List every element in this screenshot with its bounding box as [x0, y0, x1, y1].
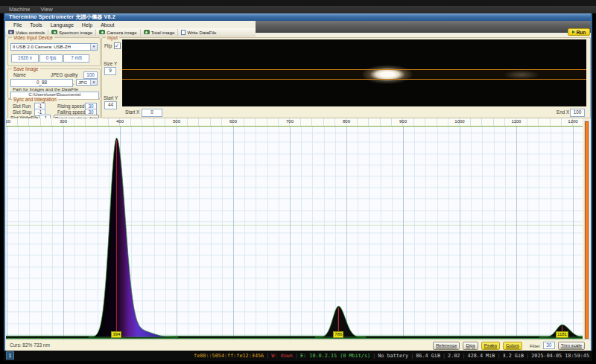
- fps-value: 0 fps: [39, 54, 63, 63]
- axis-tick-label: 600: [224, 119, 243, 124]
- input-group-title: Input: [106, 35, 119, 40]
- end-x-label: End X: [557, 109, 569, 115]
- play-icon: [572, 31, 575, 33]
- sync-group-title: Sync and Integration: [12, 97, 58, 102]
- status-segments: fe80::5054:ff:fe12:3456|W: down|E: 10.0.…: [194, 351, 589, 361]
- rising-speed-label: Rising speed: [57, 103, 84, 109]
- axis-tick-label: 400: [110, 119, 130, 124]
- vm-menu-view[interactable]: View: [40, 6, 52, 13]
- menu-help[interactable]: Help: [82, 22, 92, 28]
- colors-button[interactable]: Colors: [503, 342, 522, 350]
- axis-tick-label: 900: [393, 119, 413, 124]
- menu-file[interactable]: File: [13, 22, 22, 28]
- save-image-group-title: Save Image: [12, 66, 40, 71]
- save-image-group: Save Image Name JPEG quality 100 0_88 . …: [7, 68, 101, 99]
- vm-window-top-edge: [0, 0, 596, 6]
- video-camera-icon: [8, 30, 14, 34]
- app-title: Theremino Spectrometer 光譜小儀器 V8.2: [9, 14, 115, 19]
- screen-bottom-edge: [0, 361, 596, 364]
- axis-tick-label: 800: [337, 119, 356, 124]
- camera-icon: [144, 30, 150, 34]
- filter-label: Filter: [530, 343, 540, 348]
- size-y-label: Size Y: [104, 61, 117, 66]
- name-label: Name: [13, 72, 26, 77]
- cursor-readout: Curs: 82% 733 nm: [10, 342, 50, 348]
- separator: |: [462, 353, 465, 359]
- app-titlebar: Theremino Spectrometer 光譜小儀器 V8.2: [4, 13, 592, 21]
- video-input-group: Video Input Device Il USB 2.0 Camera: US…: [7, 37, 101, 66]
- peak-label: 786: [333, 331, 343, 338]
- menu-about[interactable]: About: [101, 22, 114, 28]
- workspace-badge[interactable]: 1: [6, 351, 14, 360]
- separator: |: [372, 353, 375, 359]
- axis-tick-label: 300: [54, 119, 73, 124]
- menu-language[interactable]: Language: [51, 22, 74, 28]
- total-image-button[interactable]: Total image: [141, 29, 179, 36]
- file-icon: [181, 30, 186, 35]
- spectrum-peak: [89, 138, 178, 337]
- separator: |: [266, 353, 269, 359]
- jpeg-quality-field[interactable]: 100: [83, 71, 98, 79]
- axis-tick-label: 700: [280, 119, 299, 124]
- write-datafile-button[interactable]: Write DataFile: [178, 29, 219, 36]
- spectrum-chart[interactable]: 3947861181: [6, 127, 583, 339]
- run-button[interactable]: Run: [568, 28, 590, 36]
- peak-label: 394: [111, 331, 121, 338]
- flip-checkbox[interactable]: [114, 42, 121, 49]
- axis-tick-label: 500: [167, 119, 186, 124]
- peaks-button[interactable]: Peaks: [481, 342, 500, 350]
- menu-tools[interactable]: Tools: [30, 22, 42, 28]
- camera-icon: [99, 30, 105, 34]
- axis-tick-label: 200: [6, 119, 16, 124]
- falling-speed-label: Falling speed: [57, 109, 85, 115]
- status-segment: fe80::5054:ff:fe12:3456: [194, 353, 264, 359]
- jpeg-quality-label: JPEG quality: [51, 72, 77, 77]
- filter-field[interactable]: 30: [543, 342, 555, 350]
- start-x-field[interactable]: 0: [142, 109, 162, 117]
- status-segment: 2025-04-05 18:59:45: [531, 353, 589, 359]
- name-dot: .: [73, 80, 74, 86]
- size-y-field[interactable]: 9: [104, 67, 116, 75]
- status-segment: E: 10.0.2.15 (0 Mbit/s): [300, 353, 370, 359]
- separator: |: [410, 353, 413, 359]
- trim-scale-button[interactable]: Trim scale: [558, 342, 585, 350]
- window-chrome-gap: [256, 21, 591, 33]
- toolbar-spacer: [256, 33, 591, 36]
- flip-label: Flip: [104, 43, 112, 48]
- resolution-value: 1920 x: [11, 54, 39, 63]
- vm-menubar: Machine View: [0, 6, 596, 13]
- slider-thumb[interactable]: [585, 121, 589, 339]
- spectrum-scale-slider[interactable]: [584, 121, 589, 339]
- video-device-select[interactable]: Il USB 2.0 Camera: USB-ZH ▼: [10, 43, 98, 51]
- separator: |: [443, 353, 446, 359]
- start-x-label: Start X: [125, 109, 139, 115]
- wavelength-axis: 200300400500600700800900100011001200: [6, 118, 583, 127]
- start-y-field[interactable]: 44: [104, 101, 117, 109]
- camera-image-view[interactable]: [122, 39, 586, 106]
- statusbar: 1 fe80::5054:ff:fe12:3456|W: down|E: 10.…: [4, 351, 592, 361]
- separator: |: [497, 353, 500, 359]
- spectrum-trace: [6, 127, 583, 339]
- vm-menu-machine[interactable]: Machine: [9, 6, 30, 13]
- start-y-label: Start Y: [104, 95, 118, 100]
- camera-icon: [51, 30, 57, 34]
- axis-tick-label: 1000: [450, 119, 469, 124]
- status-segment: 428.4 MiB: [468, 353, 495, 359]
- chevron-down-icon: ▼: [90, 80, 97, 85]
- format-select[interactable]: JPG ▼: [76, 79, 98, 86]
- spectrum-image-button[interactable]: Spectrum image: [48, 29, 96, 36]
- chart-bottom-bar: Curs: 82% 733 nm Reference Dips Peaks Co…: [5, 339, 591, 350]
- peak-label: 1181: [556, 331, 568, 338]
- slot-run-label: Slot Run: [13, 103, 31, 109]
- reference-button[interactable]: Reference: [433, 342, 460, 350]
- status-segment: No battery: [378, 353, 408, 359]
- scan-line-selection-band[interactable]: [122, 69, 586, 80]
- axis-tick-label: 1200: [563, 119, 583, 124]
- latency-value: 7 mS: [63, 54, 89, 63]
- dips-button[interactable]: Dips: [463, 342, 478, 350]
- separator: |: [295, 353, 298, 359]
- end-x-field[interactable]: 100: [570, 109, 585, 117]
- file-name-field[interactable]: 0_88: [10, 79, 73, 87]
- chevron-down-icon: ▼: [90, 44, 97, 50]
- video-input-group-title: Video Input Device: [12, 35, 54, 40]
